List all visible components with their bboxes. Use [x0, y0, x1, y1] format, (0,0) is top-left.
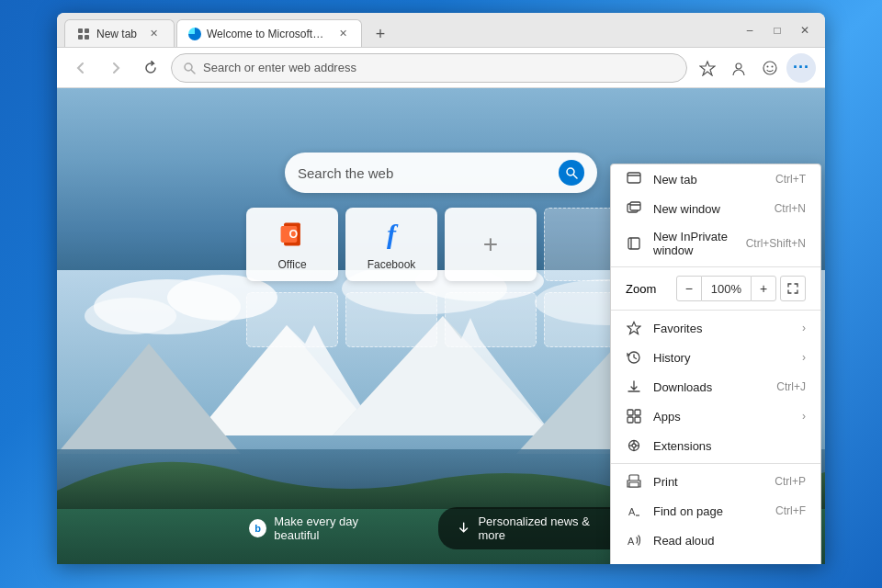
read-aloud-menu-icon: A: [626, 532, 642, 548]
svg-marker-6: [700, 62, 715, 75]
svg-rect-0: [78, 28, 83, 33]
menu-item-downloads[interactable]: Downloads Ctrl+J: [611, 372, 820, 401]
search-box[interactable]: Search the web: [285, 153, 597, 193]
menu-item-print[interactable]: Print Ctrl+P: [611, 467, 820, 496]
back-button[interactable]: [66, 53, 96, 83]
favorites-arrow: ›: [802, 322, 806, 334]
menu-item-find[interactable]: A Find on page Ctrl+F: [611, 496, 820, 526]
bing-logo: b Make every day beautiful: [249, 514, 401, 542]
svg-point-9: [767, 65, 769, 67]
extensions-menu-label: Extensions: [653, 439, 806, 453]
zoom-row: Zoom − 100% +: [611, 270, 820, 307]
downloads-menu-label: Downloads: [653, 380, 765, 394]
page-content: Search the web O Offic: [57, 88, 825, 564]
maximize-button[interactable]: □: [764, 19, 790, 41]
close-button[interactable]: ✕: [792, 19, 818, 41]
zoom-controls: − 100% +: [676, 276, 806, 301]
search-submit-button[interactable]: [559, 160, 584, 186]
more-tools-arrow: ›: [802, 563, 806, 564]
menu-item-history[interactable]: History ›: [611, 343, 820, 372]
svg-rect-31: [628, 173, 640, 183]
favorites-button[interactable]: [693, 53, 722, 83]
history-menu-icon: [626, 349, 642, 366]
tab-edge-welcome-label: Welcome to Microsoft Edge Can...: [207, 28, 326, 40]
menu-item-inprivate[interactable]: New InPrivate window Ctrl+Shift+N: [611, 223, 820, 264]
svg-text:O: O: [288, 228, 298, 241]
tab-group: New tab ✕ Welcome to Microsoft Edge Can.…: [64, 13, 393, 47]
print-menu-label: Print: [653, 475, 763, 489]
svg-text:A: A: [628, 506, 636, 517]
profile-button[interactable]: [724, 53, 753, 83]
menu-item-new-tab[interactable]: New tab Ctrl+T: [611, 164, 820, 194]
svg-point-7: [736, 63, 741, 69]
new-tab-button[interactable]: +: [368, 21, 393, 47]
tab-edge-welcome-close[interactable]: ✕: [335, 27, 350, 41]
tab-edge-welcome[interactable]: Welcome to Microsoft Edge Can... ✕: [176, 19, 362, 47]
personalized-news-button[interactable]: Personalized news & more: [438, 507, 633, 549]
find-menu-label: Find on page: [653, 504, 764, 518]
tab-grid-icon: [76, 27, 91, 41]
svg-point-46: [632, 444, 636, 447]
refresh-button[interactable]: [136, 53, 165, 83]
search-container: Search the web: [285, 153, 597, 193]
apps-arrow: ›: [802, 410, 806, 423]
svg-rect-51: [629, 475, 639, 481]
tab-new-tab-close[interactable]: ✕: [146, 27, 161, 41]
title-bar: New tab ✕ Welcome to Microsoft Edge Can.…: [57, 13, 825, 48]
search-icon: [183, 62, 196, 74]
downloads-shortcut: Ctrl+J: [776, 380, 806, 393]
svg-rect-44: [635, 417, 640, 423]
menu-item-new-window[interactable]: New window Ctrl+N: [611, 194, 820, 223]
svg-rect-42: [635, 410, 640, 415]
zoom-fullscreen-button[interactable]: [780, 276, 806, 301]
menu-item-read-aloud[interactable]: A Read aloud: [611, 526, 820, 555]
new-tab-icon: [626, 171, 642, 187]
svg-point-10: [772, 65, 774, 67]
menu-item-more-tools[interactable]: More tools ›: [611, 555, 820, 564]
tab-new-tab[interactable]: New tab ✕: [64, 19, 175, 47]
more-button[interactable]: ···: [786, 53, 816, 83]
zoom-in-button[interactable]: +: [751, 276, 776, 301]
quick-link-office[interactable]: O Office: [246, 208, 338, 281]
new-window-icon: [626, 200, 642, 217]
history-menu-label: History: [653, 351, 791, 365]
quick-link-add[interactable]: +: [445, 208, 537, 281]
favorites-menu-label: Favorites: [653, 322, 791, 335]
forward-button[interactable]: [101, 53, 130, 83]
navigation-bar: Search or enter web address ···: [57, 48, 825, 88]
news-button-label: Personalized news & more: [478, 514, 615, 542]
emoji-button[interactable]: [755, 53, 785, 83]
svg-rect-34: [630, 202, 640, 210]
facebook-icon: f: [375, 218, 408, 251]
bing-tagline: Make every day beautiful: [274, 514, 401, 542]
empty-tile-3: [345, 292, 437, 347]
svg-rect-43: [628, 417, 633, 423]
menu-item-apps[interactable]: Apps ›: [611, 401, 820, 431]
office-label: Office: [277, 258, 306, 271]
print-shortcut: Ctrl+P: [775, 475, 806, 488]
svg-rect-41: [628, 410, 633, 415]
menu-item-favorites[interactable]: Favorites ›: [611, 313, 820, 343]
svg-marker-38: [628, 322, 640, 334]
menu-item-extensions[interactable]: Extensions: [611, 431, 820, 460]
address-text: Search or enter web address: [203, 61, 675, 74]
more-tools-menu-icon: [626, 561, 642, 564]
print-menu-icon: [626, 473, 642, 490]
inprivate-icon: [626, 235, 642, 252]
svg-rect-36: [628, 238, 639, 249]
downloads-menu-icon: [626, 379, 642, 395]
minimize-button[interactable]: –: [737, 19, 763, 41]
zoom-value-display: 100%: [702, 276, 751, 301]
quick-link-facebook[interactable]: f Facebook: [345, 208, 437, 281]
office-icon: O: [276, 218, 309, 251]
address-bar[interactable]: Search or enter web address: [171, 53, 687, 83]
favorites-menu-icon: [626, 320, 642, 336]
svg-line-26: [574, 175, 578, 179]
history-arrow: ›: [802, 351, 806, 364]
edge-logo-icon: [188, 28, 201, 40]
facebook-label: Facebook: [368, 258, 416, 271]
zoom-label: Zoom: [626, 282, 669, 296]
divider-3: [611, 463, 820, 464]
zoom-out-button[interactable]: −: [676, 276, 702, 301]
find-shortcut: Ctrl+F: [775, 504, 806, 517]
